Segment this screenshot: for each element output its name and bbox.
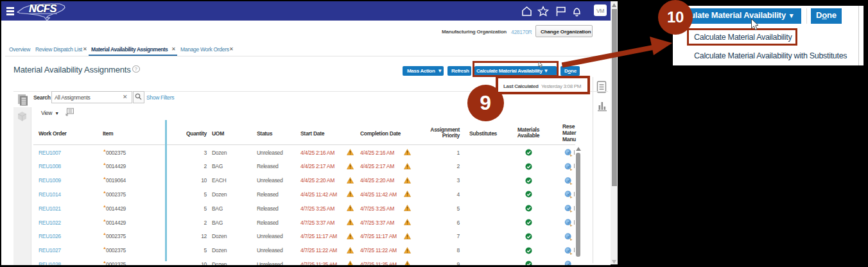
svg-text:NCFS: NCFS <box>29 3 56 14</box>
